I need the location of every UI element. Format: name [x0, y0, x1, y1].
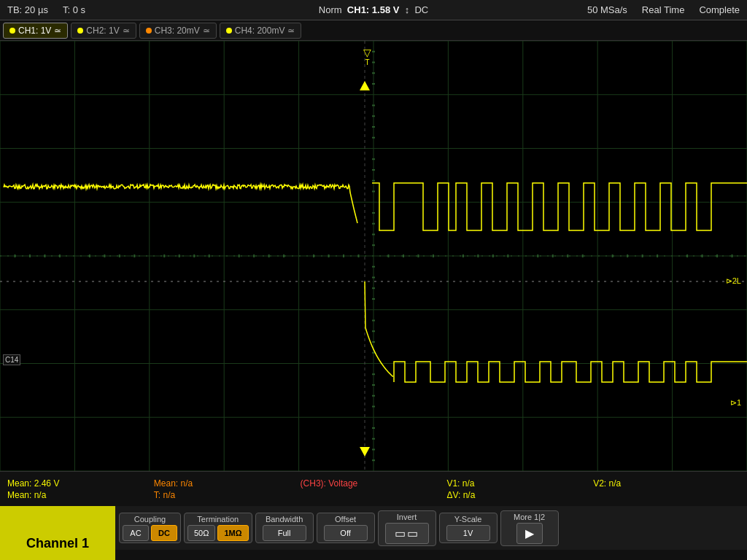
termination-label: Termination: [197, 515, 239, 524]
termination-1m-button[interactable]: 1MΩ: [217, 525, 248, 541]
v1: V1: n/a: [446, 478, 593, 489]
ch4-dot: [226, 28, 232, 34]
bandwidth-full-button[interactable]: Full: [263, 525, 306, 541]
invert-group: Invert ▭▭: [378, 510, 436, 546]
offset-label: Offset: [335, 515, 356, 524]
bandwidth-buttons: Full: [263, 525, 306, 541]
tab-ch2[interactable]: CH2: 1V ≃: [71, 23, 136, 39]
header-right: 50 MSa/s Real Time Complete: [495, 4, 740, 15]
dv: ΔV: n/a: [446, 490, 593, 500]
header-center: Norm CH1: 1.58 V ↕ DC: [252, 4, 496, 15]
acq-status: Complete: [699, 4, 740, 15]
yscale-buttons: 1V: [446, 525, 490, 541]
controls-area: Coupling AC DC Termination 50Ω 1MΩ Bandw…: [115, 506, 747, 560]
yscale-group: Y-Scale 1V: [439, 513, 498, 543]
coupling-group: Coupling AC DC: [119, 513, 181, 543]
status-col-2: Mean: n/a T: n/a: [154, 478, 301, 500]
sample-rate: 50 MSa/s: [587, 4, 627, 15]
ch1-tilde: ≃: [54, 26, 61, 36]
yscale-1v-button[interactable]: 1V: [446, 525, 490, 541]
coupling-ac-button[interactable]: AC: [123, 525, 149, 541]
trigger-mode: Norm: [319, 4, 342, 15]
offset-off-button[interactable]: Off: [324, 525, 368, 541]
status-col-1: Mean: 2.46 V Mean: n/a: [7, 478, 154, 500]
ch1-label: CH1: 1V: [18, 26, 51, 36]
ch3-label: CH3: 20mV: [155, 26, 200, 36]
tab-ch3[interactable]: CH3: 20mV ≃: [139, 23, 217, 39]
invert-label: Invert: [397, 513, 417, 521]
channel-tabs: CH1: 1V ≃ CH2: 1V ≃ CH3: 20mV ≃ CH4: 200…: [0, 20, 747, 41]
bandwidth-group: Bandwidth Full: [255, 513, 314, 543]
trigger-label: T: [363, 58, 371, 66]
ch14-label: C14: [3, 354, 20, 365]
marker-2l: ⊳2L: [726, 276, 741, 286]
more-group: More 1|2 ▶: [500, 510, 559, 546]
coupling-dc-button[interactable]: DC: [151, 525, 177, 541]
offset-group: Offset Off: [317, 513, 375, 543]
more-label: More 1|2: [514, 513, 545, 521]
status-bar: Mean: 2.46 V Mean: n/a Mean: n/a T: n/a …: [0, 471, 747, 506]
ch2-label: CH2: 1V: [86, 26, 119, 36]
more-buttons: ▶: [516, 523, 543, 544]
ch2-tilde: ≃: [123, 26, 130, 36]
timebase: TB: 20 µs: [7, 4, 48, 15]
offset-buttons: Off: [324, 525, 368, 541]
waveform-canvas: [0, 41, 747, 471]
yscale-label: Y-Scale: [454, 515, 482, 524]
ch4-label: CH4: 200mV: [235, 26, 285, 36]
ch1-reading: CH1: 1.58 V: [347, 4, 400, 15]
invert-buttons: ▭▭: [385, 523, 429, 544]
ch4-tilde: ≃: [287, 26, 295, 36]
tab-ch4[interactable]: CH4: 200mV ≃: [220, 23, 302, 39]
termination-50-button[interactable]: 50Ω: [187, 525, 215, 541]
coupling-buttons: AC DC: [123, 525, 177, 541]
ch3-tilde: ≃: [203, 26, 210, 36]
mean-na: Mean: n/a: [154, 478, 301, 489]
v2: V2: n/a: [593, 478, 740, 489]
status-col-4: V1: n/a ΔV: n/a: [446, 478, 593, 500]
mean1-label: Mean: 2.46 V: [7, 478, 154, 489]
t-na: T: n/a: [154, 490, 301, 500]
status-col-5: V2: n/a: [593, 478, 740, 500]
trigger-marker: ▽ T: [363, 47, 371, 66]
channel-label: Channel 1: [0, 506, 115, 560]
marker-1: ⊳1: [730, 398, 741, 408]
termination-group: Termination 50Ω 1MΩ: [184, 513, 252, 543]
buttons-row: Coupling AC DC Termination 50Ω 1MΩ Bandw…: [115, 506, 747, 550]
coupling-label: Coupling: [134, 515, 166, 524]
bandwidth-label: Bandwidth: [266, 515, 303, 524]
arrow-icon: ↕: [405, 4, 410, 15]
time-offset: T: 0 s: [63, 4, 85, 15]
mean2-label: Mean: n/a: [7, 490, 154, 500]
acq-mode: Real Time: [642, 4, 685, 15]
ch3-voltage: (CH3): Voltage: [301, 478, 447, 489]
coupling-mode: DC: [414, 4, 428, 15]
ch2-dot: [77, 28, 83, 34]
header-bar: TB: 20 µs T: 0 s Norm CH1: 1.58 V ↕ DC 5…: [0, 0, 747, 20]
more-button[interactable]: ▶: [516, 523, 543, 544]
scope-display: ▽ T ⊳2L ⊳1 C14: [0, 41, 747, 471]
ch3-dot: [146, 28, 152, 34]
bottom-panel: Channel 1 Coupling AC DC Termination 50Ω…: [0, 506, 747, 560]
trigger-arrow: ▽: [363, 47, 371, 58]
tab-ch1[interactable]: CH1: 1V ≃: [3, 23, 68, 39]
header-left: TB: 20 µs T: 0 s: [7, 4, 252, 15]
termination-buttons: 50Ω 1MΩ: [187, 525, 249, 541]
ch1-dot: [9, 28, 15, 34]
invert-button[interactable]: ▭▭: [385, 523, 429, 544]
status-col-3: (CH3): Voltage: [301, 478, 447, 500]
